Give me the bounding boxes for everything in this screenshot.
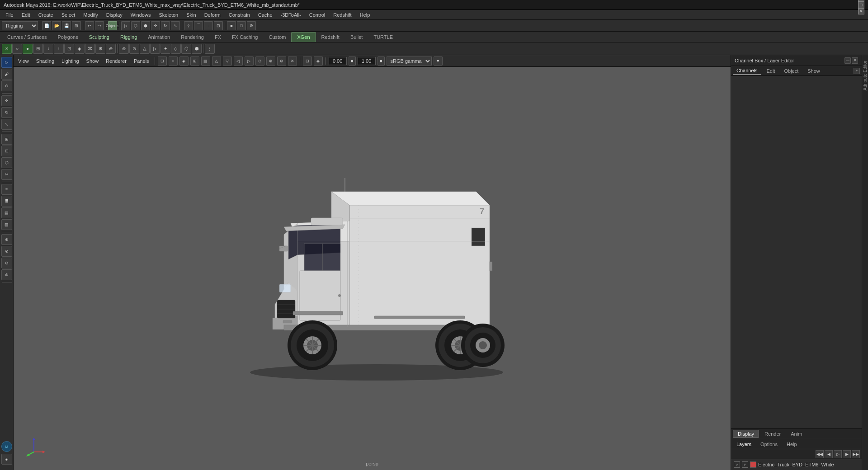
panel-close-btn[interactable]: ✕: [852, 57, 858, 64]
lasso-tool[interactable]: ⊙: [1, 80, 12, 91]
snap-surface-btn[interactable]: ⊡: [214, 21, 223, 30]
xgen-icon-12[interactable]: ⊗: [119, 44, 129, 54]
menu-deform[interactable]: Deform: [201, 11, 224, 19]
xgen-icon-5[interactable]: ↕: [43, 44, 53, 54]
panel-minimize-btn[interactable]: —: [844, 57, 851, 64]
tab-animation[interactable]: Animation: [142, 32, 175, 42]
menu-windows[interactable]: Windows: [127, 11, 155, 19]
vp-icon-15[interactable]: ◈: [314, 56, 323, 66]
xgen-icon-8[interactable]: ◈: [75, 44, 85, 54]
tab-redshift[interactable]: Redshift: [316, 32, 345, 42]
tab-custom[interactable]: Custom: [264, 32, 292, 42]
layer-prev-btn[interactable]: ◀◀: [816, 450, 824, 458]
move-tool-left[interactable]: ✛: [1, 95, 12, 106]
viewport-panel[interactable]: View Shading Lighting Show Renderer Pane…: [14, 55, 731, 470]
xgen-icon-4[interactable]: ⊞: [33, 44, 43, 54]
xgen-icon-11[interactable]: ⊕: [106, 44, 116, 54]
xgen-icon-18[interactable]: ⬡: [181, 44, 191, 54]
xgen-icon-2[interactable]: ○: [12, 44, 22, 54]
bevel-tool[interactable]: ⬡: [1, 157, 12, 168]
xgen-icon-10[interactable]: ⚙: [95, 44, 105, 54]
vp-menu-show[interactable]: Show: [84, 57, 102, 65]
tool-extra-8[interactable]: ⊚: [1, 269, 12, 280]
xgen-icon-16[interactable]: ✦: [160, 44, 170, 54]
xgen-icon-6[interactable]: ↑: [54, 44, 64, 54]
disp-tab-display[interactable]: Display: [733, 430, 759, 438]
tab-rendering[interactable]: Rendering: [175, 32, 209, 42]
xgen-icon-15[interactable]: ▷: [150, 44, 160, 54]
undo-btn[interactable]: ↩: [85, 21, 94, 30]
open-file-btn[interactable]: 📂: [52, 21, 61, 30]
layer-visibility-check[interactable]: V: [734, 461, 740, 468]
tool-extra-3[interactable]: ▤: [1, 207, 12, 218]
menu-display[interactable]: Display: [103, 11, 126, 19]
menu-skeleton[interactable]: Skeleton: [155, 11, 182, 19]
paint-select-btn[interactable]: ⬢: [141, 21, 150, 30]
tab-xgen[interactable]: XGen: [291, 32, 316, 42]
tab-bullet[interactable]: Bullet: [345, 32, 368, 42]
tool-extra-6[interactable]: ⊗: [1, 246, 12, 257]
mode-dropdown[interactable]: Rigging: [2, 21, 38, 30]
xgen-icon-17[interactable]: ◇: [171, 44, 181, 54]
xgen-icon-3[interactable]: ●: [23, 44, 33, 54]
menu-redshift[interactable]: Redshift: [330, 11, 355, 19]
objects-btn[interactable]: Objects: [108, 21, 117, 30]
vp-icon-5[interactable]: ▤: [201, 56, 210, 66]
layer-next-btn[interactable]: ▶: [843, 450, 851, 458]
maximize-button[interactable]: □: [858, 2, 864, 8]
colorspace-expand[interactable]: ▼: [434, 56, 443, 66]
disp-tab-anim[interactable]: Anim: [786, 430, 807, 437]
lasso-select-btn[interactable]: ⬡: [131, 21, 140, 30]
rotate-tool-left[interactable]: ↻: [1, 107, 12, 118]
bridge-tool[interactable]: ⊡: [1, 146, 12, 156]
render-region-btn[interactable]: □: [237, 21, 246, 30]
vp-icon-12[interactable]: ⊗: [277, 56, 286, 66]
menu-help[interactable]: Help: [356, 11, 374, 19]
menu-constrain[interactable]: Constrain: [225, 11, 254, 19]
gamma-icon-2[interactable]: ■: [377, 56, 385, 66]
vp-menu-lighting[interactable]: Lighting: [59, 57, 82, 65]
scale-tool-left[interactable]: ⤡: [1, 119, 12, 130]
xgen-icon-1[interactable]: ✕: [2, 44, 12, 54]
vp-icon-3[interactable]: ◈: [179, 56, 189, 66]
menu-file[interactable]: File: [2, 11, 17, 19]
tab-show[interactable]: Show: [804, 67, 824, 75]
gamma-icon[interactable]: ■: [349, 56, 356, 66]
tab-turtle[interactable]: TURTLE: [368, 32, 398, 42]
vp-icon-9[interactable]: ▷: [245, 56, 254, 66]
tab-edit[interactable]: Edit: [763, 67, 778, 75]
vp-menu-shading[interactable]: Shading: [33, 57, 57, 65]
colorspace-dropdown[interactable]: sRGB gamma: [387, 56, 432, 66]
gamma-input-1[interactable]: [329, 57, 347, 65]
tool-extra-4[interactable]: ▥: [1, 219, 12, 230]
tab-sculpting[interactable]: Sculpting: [84, 32, 115, 42]
tab-rigging[interactable]: Rigging: [115, 32, 142, 42]
vp-icon-8[interactable]: ◁: [234, 56, 243, 66]
menu-modify[interactable]: Modify: [80, 11, 101, 19]
channel-expand-btn[interactable]: +: [854, 68, 860, 74]
save-file-btn[interactable]: 💾: [62, 21, 71, 30]
multi-cut-tool[interactable]: ✂: [1, 169, 12, 180]
tool-bottom-1[interactable]: ◈: [1, 454, 12, 465]
extrude-tool[interactable]: ⊞: [1, 134, 12, 145]
select-tool[interactable]: ▷: [1, 57, 12, 68]
tool-extra-7[interactable]: ⊙: [1, 258, 12, 268]
layer-tab-help[interactable]: Help: [783, 441, 801, 448]
tool-extra-5[interactable]: ⊕: [1, 234, 12, 245]
vp-icon-4[interactable]: ⊞: [190, 56, 199, 66]
redo-btn[interactable]: ↪: [95, 21, 104, 30]
tool-extra-1[interactable]: ≡: [1, 184, 12, 195]
vp-icon-14[interactable]: ⊡: [303, 56, 312, 66]
tab-channels[interactable]: Channels: [733, 67, 761, 75]
xgen-icon-13[interactable]: ⊙: [129, 44, 139, 54]
render-settings-btn[interactable]: ⚙: [247, 21, 256, 30]
layer-prev2-btn[interactable]: ◀: [825, 450, 833, 458]
vp-menu-renderer[interactable]: Renderer: [103, 57, 129, 65]
disp-tab-render[interactable]: Render: [760, 430, 785, 437]
vp-icon-10[interactable]: ⊙: [255, 56, 264, 66]
vp-icon-11[interactable]: ⊕: [266, 56, 275, 66]
xgen-icon-7[interactable]: ⊡: [64, 44, 74, 54]
paint-tool[interactable]: 🖌: [1, 69, 12, 80]
select-tool-btn[interactable]: ▷: [121, 21, 130, 30]
tool-extra-2[interactable]: ≣: [1, 196, 12, 207]
